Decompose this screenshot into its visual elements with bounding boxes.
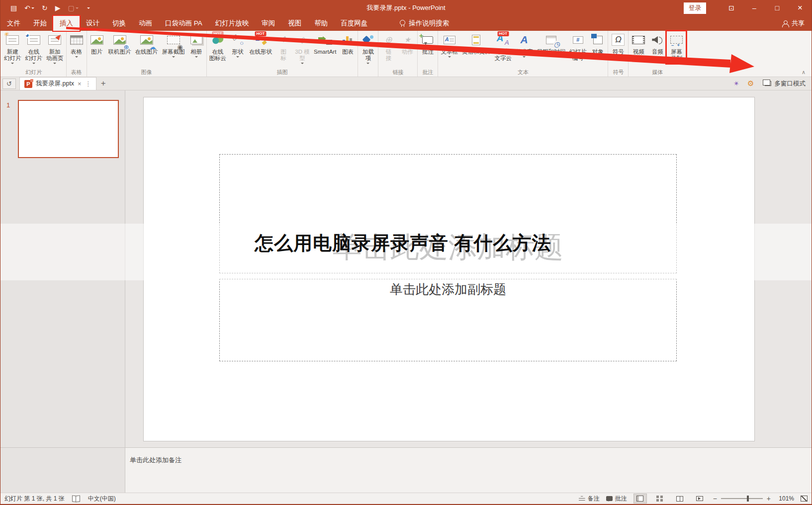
dropdown-caret-icon	[75, 56, 78, 59]
group-label-text: 文本	[439, 69, 607, 77]
notes-toggle-button[interactable]: 备注	[579, 495, 600, 503]
notes-pane[interactable]: 单击此处添加备注	[125, 448, 812, 493]
document-more-icon[interactable]: ⋮	[85, 80, 91, 87]
slide-canvas[interactable]: 单击此处添加标题 单击此处添加副标题	[143, 97, 755, 441]
ribbon-button-wordart[interactable]: 艺术字	[514, 31, 535, 69]
ribbon-button-addins[interactable]: 加载 项	[359, 31, 377, 69]
doctab-right-tools: ✶ ⚙ 多窗口模式	[733, 79, 806, 88]
spellcheck-book-icon[interactable]	[72, 496, 81, 502]
slide-thumbnail[interactable]	[18, 100, 119, 158]
dropdown-caret-icon	[172, 56, 175, 59]
ribbon-insert: 新建 幻灯片 在线 幻灯片 新加 动画页 幻灯片	[0, 31, 812, 77]
tab-design[interactable]: 设计	[80, 16, 106, 31]
ribbon-button-icon-cloud[interactable]: HOT 在线 图标云	[207, 31, 229, 69]
tab-transitions[interactable]: 切换	[106, 16, 132, 31]
ribbon-group-addins: 加载 项	[358, 31, 378, 77]
ribbon-button-picture[interactable]: 图片	[88, 31, 106, 69]
ribbon-display-options-icon[interactable]: ⊡	[720, 0, 743, 16]
new-animation-page-icon	[48, 32, 61, 47]
ribbon-button-date-time[interactable]: 日期和时间	[535, 31, 567, 69]
customize-qat-icon[interactable]	[86, 5, 90, 10]
wand-icon[interactable]: ✶	[732, 79, 740, 88]
ribbon-button-screenshot[interactable]: ◉ 屏幕截图	[160, 31, 187, 69]
subtitle-placeholder[interactable]: 单击此处添加副标题	[219, 279, 677, 361]
photo-album-icon	[190, 32, 202, 47]
addins-icon	[362, 32, 374, 47]
tab-animations[interactable]: 动画	[132, 16, 159, 31]
ribbon-button-slide-number[interactable]: 幻灯片 编号	[567, 31, 589, 69]
quick-access-toolbar: ▤ ↶ ↻ ▶ ▢	[10, 4, 90, 11]
fit-slide-to-window-icon[interactable]	[801, 496, 808, 502]
minimize-button[interactable]: –	[743, 0, 766, 16]
qat-more-caret-icon[interactable]	[87, 7, 90, 10]
notes-placeholder-text: 单击此处添加备注	[130, 456, 812, 465]
maximize-button[interactable]: □	[766, 0, 789, 16]
group-label-links: 链接	[379, 69, 417, 77]
tab-help[interactable]: 帮助	[308, 16, 334, 31]
close-button[interactable]: ×	[789, 0, 812, 16]
share-button[interactable]: 共享	[782, 16, 805, 31]
ribbon-button-chart[interactable]: 图表	[338, 31, 357, 69]
ribbon-button-table[interactable]: 表格	[67, 31, 86, 69]
document-tab[interactable]: P 我要录屏.pptx × ⋮	[19, 77, 96, 90]
tab-baidu-netdisk[interactable]: 百度网盘	[334, 16, 374, 31]
start-slideshow-icon[interactable]: ▶	[55, 4, 61, 11]
zoom-in-button[interactable]: +	[767, 495, 771, 502]
multi-window-mode-button[interactable]: 多窗口模式	[762, 80, 806, 88]
zoom-level[interactable]: 101%	[777, 495, 794, 502]
ribbon-button-header-footer[interactable]: 页眉和页脚	[460, 31, 493, 69]
ribbon-button-online-slides[interactable]: 在线 幻灯片	[23, 31, 45, 69]
gear-icon[interactable]: ⚙	[747, 79, 754, 88]
undo-caret-icon[interactable]	[31, 7, 34, 10]
save-icon[interactable]: ▤	[10, 4, 17, 11]
ribbon-button-video[interactable]: 视频	[629, 31, 648, 69]
tab-slideshow[interactable]: 幻灯片放映	[209, 16, 256, 31]
ribbon-button-web-pictures[interactable]: ☁ 在线图片	[133, 31, 160, 69]
ribbon-button-new-animation-page[interactable]: 新加 动画页	[44, 31, 66, 69]
zoom-slider[interactable]	[721, 498, 763, 499]
tab-review[interactable]: 审阅	[255, 16, 281, 31]
ribbon-button-comment[interactable]: 批注	[418, 31, 437, 69]
ribbon-button-smartart[interactable]: SmartArt	[312, 31, 338, 69]
redo-icon[interactable]: ↻	[42, 4, 48, 11]
ribbon-button-icons: 图 标	[274, 31, 293, 69]
view-reading-button[interactable]	[673, 494, 687, 504]
ribbon-button-symbol[interactable]: Ω 符号	[609, 31, 628, 69]
tell-me-search[interactable]: 操作说明搜索	[400, 16, 449, 31]
ribbon-button-audio[interactable]: 音频	[648, 31, 667, 69]
title-placeholder[interactable]: 单击此处添加标题	[219, 154, 677, 273]
close-document-icon[interactable]: ×	[78, 80, 82, 87]
ribbon-button-online-shapes[interactable]: HOT 在线形状	[247, 31, 274, 69]
view-normal-button[interactable]	[633, 494, 647, 504]
tab-insert[interactable]: 插入	[53, 16, 80, 31]
new-document-tab-icon[interactable]: +	[101, 79, 106, 88]
icons-icon	[279, 32, 287, 47]
history-icon[interactable]: ↺	[2, 79, 16, 89]
tab-file[interactable]: 文件	[0, 16, 27, 31]
tab-view[interactable]: 视图	[281, 16, 308, 31]
group-label-images: 图像	[88, 69, 206, 77]
language-status[interactable]: 中文(中国)	[88, 495, 116, 503]
tab-pocket-animation[interactable]: 口袋动画 PA	[159, 16, 209, 31]
ribbon-button-new-slide[interactable]: 新建 幻灯片	[2, 31, 23, 69]
view-slideshow-button[interactable]	[693, 494, 707, 504]
slide-thumbnail-number: 1	[6, 101, 10, 109]
smartart-icon	[318, 32, 332, 47]
login-button[interactable]: 登录	[684, 2, 706, 14]
view-slide-sorter-button[interactable]	[653, 494, 667, 504]
ribbon-button-textbox[interactable]: 文本框	[439, 31, 460, 69]
ribbon-button-photo-album[interactable]: 相册	[187, 31, 206, 69]
slide-count-status[interactable]: 幻灯片 第 1 张, 共 1 张	[4, 495, 65, 503]
ribbon-button-object[interactable]: 对象	[588, 31, 607, 69]
undo-icon[interactable]: ↶	[24, 4, 34, 11]
collapse-ribbon-icon[interactable]: ∧	[802, 69, 806, 76]
tab-home[interactable]: 开始	[27, 16, 53, 31]
dropdown-caret-icon	[523, 56, 526, 59]
zoom-slider-handle[interactable]	[747, 496, 749, 502]
ribbon-button-word-cloud[interactable]: HOT 在线 文字云	[492, 31, 514, 69]
comments-toggle-button[interactable]: 批注	[606, 495, 627, 503]
ribbon-button-shapes[interactable]: 形状	[228, 31, 247, 69]
ribbon-button-screen-record[interactable]: 屏幕 录制	[667, 31, 686, 69]
zoom-out-button[interactable]: −	[713, 495, 717, 502]
ribbon-button-online-pictures[interactable]: ⊕ 联机图片	[106, 31, 133, 69]
